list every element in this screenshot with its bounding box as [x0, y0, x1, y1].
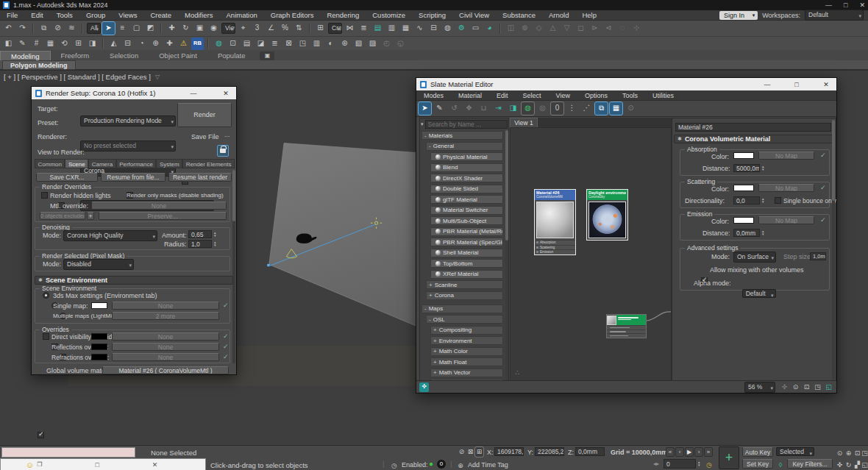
- reflections-none-button[interactable]: None: [112, 343, 219, 351]
- render-setup-titlebar[interactable]: Render Setup: Corona 10 (Hotfix 1) — ✕: [32, 87, 236, 99]
- maximize-icon[interactable]: □: [790, 81, 803, 88]
- toolbar-icon[interactable]: ⊲: [602, 22, 615, 35]
- zoom-icon[interactable]: ⊙: [791, 382, 800, 392]
- single-map-none-button[interactable]: None: [112, 302, 219, 310]
- key-filters-button[interactable]: Key Filters...: [787, 459, 833, 469]
- time-icon[interactable]: ◷: [390, 460, 399, 469]
- toolbar-icon[interactable]: ⊞: [72, 38, 85, 50]
- radius-spinner[interactable]: 1,0: [188, 240, 212, 248]
- select-and-place-icon[interactable]: ◉: [207, 22, 220, 35]
- toolbar-icon[interactable]: ✚: [163, 38, 176, 50]
- render-production-icon[interactable]: ◕: [483, 22, 496, 35]
- select-tool-icon[interactable]: ➤: [419, 102, 431, 115]
- refractions-check[interactable]: ✓: [223, 353, 229, 360]
- toolbar-icon[interactable]: ▨: [366, 38, 379, 50]
- browser-item[interactable]: + Math Color: [430, 347, 503, 356]
- toolbar-icon[interactable]: ◪: [255, 38, 267, 50]
- layer-explorer-icon[interactable]: ▥: [385, 22, 398, 35]
- browser-item[interactable]: Double Sided: [430, 185, 503, 193]
- menu-item[interactable]: Rendering: [320, 11, 366, 19]
- browser-item[interactable]: Blend: [430, 163, 503, 172]
- direct-visibility-check[interactable]: ✓: [223, 332, 229, 340]
- toolbar-icon[interactable]: ▥: [310, 38, 323, 50]
- browser-item[interactable]: PBR Material (Metal/Rou...: [430, 227, 503, 236]
- select-and-scale-icon[interactable]: ▣: [193, 22, 206, 35]
- maximize-view-icon[interactable]: ◱: [824, 382, 833, 392]
- schematic-view-icon[interactable]: ⊟: [427, 22, 440, 35]
- rectangular-selection-icon[interactable]: ▢: [130, 22, 143, 35]
- layout-vertical-icon[interactable]: ⋮: [566, 102, 578, 115]
- global-volume-material-button[interactable]: Material #26 ( CoronaVolumeMtl ): [102, 366, 229, 374]
- single-bounce-checkbox[interactable]: [775, 197, 781, 204]
- minimize-icon[interactable]: —: [761, 81, 774, 88]
- sme-menu-item[interactable]: Select: [516, 92, 549, 99]
- single-map-color-swatch[interactable]: [91, 302, 107, 309]
- menu-item[interactable]: Animation: [220, 11, 264, 19]
- bind-to-space-warp-icon[interactable]: ≋: [65, 22, 78, 35]
- close-icon[interactable]: ✕: [152, 461, 158, 469]
- render-button[interactable]: Render: [177, 103, 232, 127]
- warning-icon[interactable]: ⚠: [177, 38, 190, 50]
- ribbon-tab[interactable]: Populate: [207, 51, 256, 60]
- menu-item[interactable]: Scripting: [412, 11, 452, 19]
- next-frame-icon[interactable]: ›: [694, 447, 703, 457]
- preserve-button[interactable]: Preserve...: [99, 212, 227, 220]
- browser-item[interactable]: Shell Material: [430, 249, 503, 257]
- notification-badge[interactable]: 0: [437, 460, 446, 469]
- node-view-canvas[interactable]: Material #26 CoronaVolumeMtl Absorption …: [510, 127, 672, 382]
- denoise-mode-dropdown[interactable]: Corona High Quality: [63, 230, 157, 241]
- menu-item[interactable]: Edit: [24, 11, 49, 19]
- sme-menu-item[interactable]: Utilities: [645, 92, 681, 99]
- toolbar-icon[interactable]: [102, 38, 104, 49]
- menu-item[interactable]: Arnold: [542, 11, 575, 19]
- toolbar-icon[interactable]: ▽: [561, 22, 573, 35]
- rendered-frame-window-icon[interactable]: ▭: [469, 22, 482, 35]
- absorption-distance-spinner[interactable]: 5000,0m: [733, 164, 760, 172]
- view-tab[interactable]: View 1: [510, 118, 538, 127]
- render-setup-scrollbar[interactable]: [232, 170, 235, 363]
- directionality-spinner[interactable]: 0,0: [733, 196, 760, 204]
- reflections-swatch[interactable]: [91, 343, 107, 350]
- menu-item[interactable]: File: [0, 11, 24, 19]
- select-by-name-icon[interactable]: ≡: [116, 22, 129, 35]
- parameter-scrollbar[interactable]: [832, 120, 835, 380]
- toolbar-icon[interactable]: ⊕: [149, 38, 162, 50]
- maximize-icon[interactable]: □: [95, 461, 99, 469]
- toolbar-icon[interactable]: ◔: [135, 38, 148, 50]
- render-setup-tab[interactable]: System: [156, 159, 182, 168]
- render-hidden-lights-checkbox[interactable]: [41, 192, 48, 199]
- sme-menu-item[interactable]: Options: [577, 92, 615, 99]
- sme-menu-item[interactable]: View: [549, 92, 577, 99]
- step-size-spinner[interactable]: 1,0mm: [810, 252, 826, 260]
- show-end-result-icon[interactable]: ◎: [536, 102, 549, 115]
- ribbon-display-icon[interactable]: ▣: [260, 51, 274, 60]
- browser-item[interactable]: DirectX Shader: [430, 174, 503, 182]
- ribbon-tab[interactable]: Selection: [99, 51, 149, 60]
- absorption-map-button[interactable]: No Map: [758, 152, 814, 160]
- browser-item[interactable]: + Math Float: [430, 357, 503, 366]
- material-editor-icon[interactable]: ◍: [441, 22, 454, 35]
- lightmix-maps-button[interactable]: 2 more: [112, 312, 219, 320]
- sign-in-button[interactable]: Sign In ▾: [719, 11, 758, 20]
- align-icon[interactable]: ≣: [357, 22, 370, 35]
- add-time-tag[interactable]: Add Time Tag: [468, 461, 508, 469]
- edit-named-selections-icon[interactable]: ⊞: [314, 22, 327, 35]
- material-id-channel-icon[interactable]: 0: [551, 102, 563, 115]
- undo-view-icon[interactable]: ↺: [448, 102, 460, 115]
- select-and-rotate-icon[interactable]: ↻: [179, 22, 192, 35]
- minimize-icon[interactable]: —: [187, 90, 200, 97]
- angle-snap-icon[interactable]: ∠: [265, 22, 277, 35]
- arrange-children-icon[interactable]: ⋰: [580, 102, 593, 115]
- add-time-tag-icon[interactable]: ⊕: [456, 460, 465, 469]
- frame-step-icons[interactable]: ◂▸: [653, 460, 659, 467]
- browser-item[interactable]: XRef Material: [430, 270, 503, 279]
- toolbar-icon[interactable]: [207, 38, 209, 49]
- file-dots-button[interactable]: ...: [224, 131, 230, 138]
- zoom-all-icon[interactable]: ⊕: [844, 447, 853, 457]
- preset-dropdown[interactable]: No preset selected: [80, 140, 176, 152]
- viewport-label[interactable]: [ + ] [ Perspective ] [ Standard ] [ Edg…: [4, 73, 160, 81]
- curve-editor-icon[interactable]: ∿: [413, 22, 426, 35]
- emission-color-swatch[interactable]: [733, 217, 754, 224]
- scattering-color-swatch[interactable]: [733, 185, 754, 191]
- render-setup-tab[interactable]: Common: [35, 159, 65, 168]
